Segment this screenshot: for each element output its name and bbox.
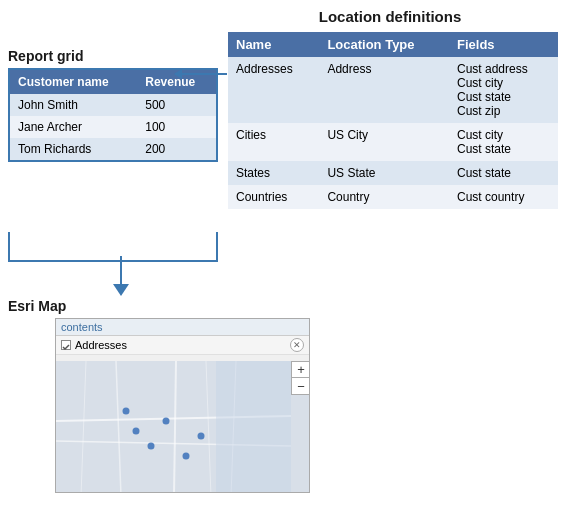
- svg-point-13: [198, 433, 205, 440]
- bracket-left: [8, 232, 10, 262]
- esri-map-panel[interactable]: contents Addresses ✕: [55, 318, 310, 493]
- down-arrow-head: [113, 284, 129, 296]
- loc-col-name: Name: [228, 32, 319, 57]
- loc-fields-cell: Cust state: [449, 161, 558, 185]
- revenue-cell: 200: [137, 138, 216, 160]
- report-col-name: Customer name: [10, 70, 137, 94]
- customer-name-cell: John Smith: [10, 94, 137, 116]
- svg-rect-8: [216, 361, 291, 492]
- map-svg: [56, 361, 291, 492]
- esri-map-area: [56, 361, 309, 492]
- zoom-out-button[interactable]: −: [292, 378, 310, 394]
- down-arrow-line: [120, 256, 122, 284]
- loc-fields-cell: Cust country: [449, 185, 558, 209]
- svg-point-10: [148, 443, 155, 450]
- loc-type-cell: Address: [319, 57, 449, 123]
- down-arrow: [113, 256, 129, 296]
- loc-name-cell: Countries: [228, 185, 319, 209]
- revenue-cell: 100: [137, 116, 216, 138]
- bracket-right: [216, 232, 218, 262]
- customer-name-cell: Jane Archer: [10, 116, 137, 138]
- report-grid: Customer name Revenue John Smith 500 Jan…: [8, 68, 218, 162]
- revenue-cell: 500: [137, 94, 216, 116]
- location-table: Name Location Type Fields Addresses Addr…: [228, 32, 558, 209]
- table-row: Tom Richards 200: [10, 138, 216, 160]
- report-table: Customer name Revenue John Smith 500 Jan…: [10, 70, 216, 160]
- zoom-in-button[interactable]: +: [292, 362, 310, 378]
- loc-fields-cell: Cust address Cust city Cust state Cust z…: [449, 57, 558, 123]
- loc-fields-cell: Cust city Cust state: [449, 123, 558, 161]
- list-item: Countries Country Cust country: [228, 185, 558, 209]
- esri-contents-bar: contents: [56, 319, 309, 336]
- table-row: John Smith 500: [10, 94, 216, 116]
- loc-name-cell: States: [228, 161, 319, 185]
- esri-map-label: Esri Map: [8, 298, 66, 314]
- svg-point-11: [163, 418, 170, 425]
- list-item: Addresses Address Cust address Cust city…: [228, 57, 558, 123]
- layer-checkbox[interactable]: [61, 340, 71, 350]
- layer-remove-button[interactable]: ✕: [290, 338, 304, 352]
- svg-point-12: [183, 453, 190, 460]
- loc-name-cell: Addresses: [228, 57, 319, 123]
- loc-type-cell: US State: [319, 161, 449, 185]
- loc-type-cell: US City: [319, 123, 449, 161]
- svg-point-14: [123, 408, 130, 415]
- loc-name-cell: Cities: [228, 123, 319, 161]
- table-row: Jane Archer 100: [10, 116, 216, 138]
- zoom-controls: + −: [291, 361, 309, 395]
- contents-label: contents: [61, 321, 103, 333]
- list-item: States US State Cust state: [228, 161, 558, 185]
- report-grid-label: Report grid: [8, 48, 83, 64]
- customer-name-cell: Tom Richards: [10, 138, 137, 160]
- location-connector-arrow: [175, 73, 227, 75]
- loc-col-type: Location Type: [319, 32, 449, 57]
- layer-name: Addresses: [75, 339, 290, 351]
- loc-type-cell: Country: [319, 185, 449, 209]
- esri-layer-row: Addresses ✕: [56, 336, 309, 355]
- list-item: Cities US City Cust city Cust state: [228, 123, 558, 161]
- page-title: Location definitions: [230, 8, 550, 25]
- svg-point-9: [133, 428, 140, 435]
- loc-col-fields: Fields: [449, 32, 558, 57]
